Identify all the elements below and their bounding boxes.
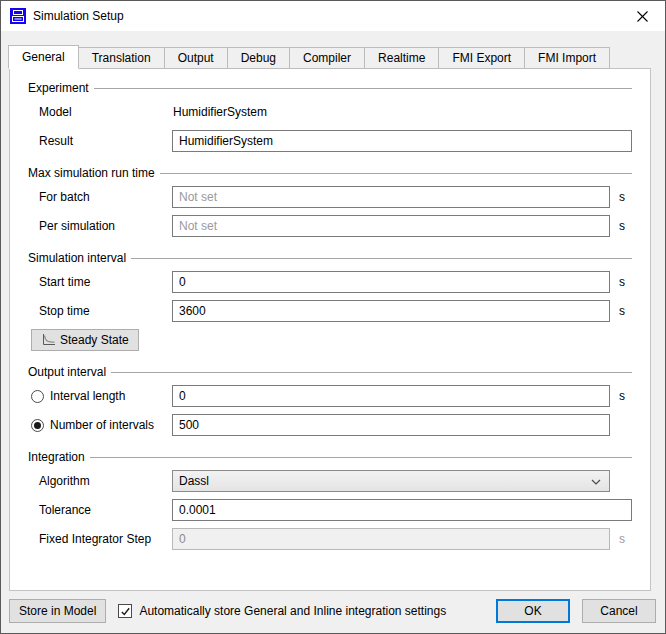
fixed-integrator-step-input [172, 528, 610, 550]
result-row: Result [28, 130, 632, 152]
for-batch-input[interactable] [172, 186, 610, 208]
simulation-setup-dialog: Simulation Setup General Translation Out… [0, 0, 666, 634]
algorithm-selected-value: Dassl [179, 474, 591, 488]
cancel-button[interactable]: Cancel [582, 599, 656, 623]
steady-state-row: Steady State [31, 329, 632, 351]
group-experiment: Experiment Model HumidifierSystem Result [28, 80, 632, 152]
steady-state-button-label: Steady State [60, 333, 129, 347]
tab-fmi-export-label: FMI Export [452, 51, 511, 65]
group-output-interval-header: Output interval [28, 364, 632, 380]
stop-time-input[interactable] [172, 300, 610, 322]
group-max-run-time: Max simulation run time For batch s Per … [28, 165, 632, 237]
interval-length-input[interactable] [172, 385, 610, 407]
group-max-run-time-header: Max simulation run time [28, 165, 632, 181]
tab-realtime[interactable]: Realtime [365, 47, 439, 69]
tab-output-label: Output [178, 51, 214, 65]
tab-debug[interactable]: Debug [228, 47, 290, 69]
interval-length-unit: s [619, 389, 631, 403]
stop-time-unit: s [619, 304, 631, 318]
group-integration-header: Integration [28, 449, 632, 465]
per-simulation-unit: s [619, 219, 631, 233]
tab-bar: General Translation Output Debug Compile… [9, 45, 610, 69]
close-button[interactable] [619, 1, 665, 31]
store-in-model-label: Store in Model [19, 604, 96, 618]
general-tab-pane: Experiment Model HumidifierSystem Result… [9, 68, 651, 591]
number-of-intervals-row: Number of intervals [28, 414, 632, 436]
group-max-run-time-title: Max simulation run time [28, 166, 155, 180]
tab-general-label: General [22, 50, 65, 64]
group-integration-title: Integration [28, 450, 85, 464]
group-divider-line [160, 173, 632, 174]
tab-debug-label: Debug [241, 51, 276, 65]
tab-fmi-import-label: FMI Import [538, 51, 596, 65]
store-in-model-button[interactable]: Store in Model [9, 599, 106, 623]
for-batch-row: For batch s [28, 186, 632, 208]
start-time-row: Start time s [28, 271, 632, 293]
ok-button-label: OK [524, 604, 541, 618]
model-row: Model HumidifierSystem [28, 101, 632, 123]
simulation-setup-icon [10, 8, 26, 24]
for-batch-label: For batch [39, 190, 172, 204]
tab-fmi-export[interactable]: FMI Export [439, 47, 525, 69]
for-batch-unit: s [619, 190, 631, 204]
algorithm-row: Algorithm Dassl [28, 470, 632, 492]
tab-compiler[interactable]: Compiler [290, 47, 365, 69]
interval-length-radio[interactable] [31, 390, 44, 403]
group-output-interval-title: Output interval [28, 365, 106, 379]
group-output-interval: Output interval Interval length s Number… [28, 364, 632, 436]
per-simulation-row: Per simulation s [28, 215, 632, 237]
tab-output[interactable]: Output [165, 47, 228, 69]
number-of-intervals-input[interactable] [172, 414, 610, 436]
fixed-integrator-step-label: Fixed Integrator Step [39, 532, 172, 546]
group-divider-line [94, 88, 632, 89]
interval-length-row: Interval length s [28, 385, 632, 407]
tolerance-row: Tolerance [28, 499, 632, 521]
start-time-unit: s [619, 275, 631, 289]
title-bar: Simulation Setup [1, 1, 665, 31]
start-time-input[interactable] [172, 271, 610, 293]
cancel-button-label: Cancel [600, 604, 637, 618]
algorithm-label: Algorithm [39, 474, 172, 488]
chevron-down-icon [591, 474, 601, 488]
group-simulation-interval-header: Simulation interval [28, 250, 632, 266]
stop-time-row: Stop time s [28, 300, 632, 322]
group-simulation-interval-title: Simulation interval [28, 251, 126, 265]
group-divider-line [90, 457, 632, 458]
group-divider-line [111, 372, 632, 373]
steady-state-plot-icon [41, 333, 56, 347]
tab-general[interactable]: General [8, 45, 79, 69]
interval-length-label: Interval length [50, 389, 172, 403]
per-simulation-input[interactable] [172, 215, 610, 237]
auto-store-label: Automatically store General and Inline i… [139, 604, 446, 618]
window-title: Simulation Setup [33, 9, 124, 23]
tolerance-label: Tolerance [39, 503, 172, 517]
group-experiment-title: Experiment [28, 81, 89, 95]
ok-button[interactable]: OK [496, 599, 570, 623]
per-simulation-label: Per simulation [39, 219, 172, 233]
group-simulation-interval: Simulation interval Start time s Stop ti… [28, 250, 632, 351]
model-value: HumidifierSystem [172, 105, 267, 119]
start-time-label: Start time [39, 275, 172, 289]
footer-bar: Store in Model Automatically store Gener… [9, 599, 656, 623]
group-integration: Integration Algorithm Dassl Tolerance [28, 449, 632, 550]
auto-store-checkbox[interactable] [118, 604, 132, 618]
steady-state-button[interactable]: Steady State [31, 329, 139, 351]
group-divider-line [131, 258, 632, 259]
group-experiment-header: Experiment [28, 80, 632, 96]
fixed-integrator-step-unit: s [619, 532, 631, 546]
tab-compiler-label: Compiler [303, 51, 351, 65]
result-label: Result [39, 134, 172, 148]
tab-realtime-label: Realtime [378, 51, 425, 65]
algorithm-dropdown[interactable]: Dassl [172, 470, 610, 492]
fixed-integrator-step-row: Fixed Integrator Step s [28, 528, 632, 550]
model-label: Model [39, 105, 172, 119]
number-of-intervals-radio[interactable] [31, 419, 44, 432]
number-of-intervals-label: Number of intervals [50, 418, 172, 432]
tab-translation[interactable]: Translation [79, 47, 165, 69]
stop-time-label: Stop time [39, 304, 172, 318]
result-input[interactable] [172, 130, 632, 152]
tolerance-input[interactable] [172, 499, 632, 521]
tab-fmi-import[interactable]: FMI Import [525, 47, 610, 69]
tab-translation-label: Translation [92, 51, 151, 65]
